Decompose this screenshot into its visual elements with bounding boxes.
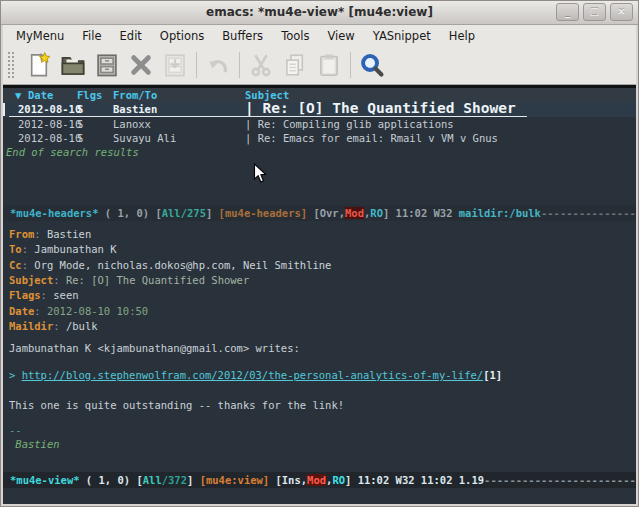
toolbar-drag-handle[interactable] bbox=[7, 51, 16, 79]
state-readonly: RO bbox=[370, 207, 383, 219]
toolbar-separator bbox=[196, 52, 197, 78]
modeline-time: 11:02 bbox=[396, 207, 428, 219]
row-subject: | Re: [O] The Quantified Shower bbox=[245, 101, 516, 116]
save-as-icon bbox=[162, 52, 188, 78]
close-button[interactable]: ✕ bbox=[610, 3, 633, 21]
field-cc: Cc: Org Mode, nicholas.dokos@hp.com, Nei… bbox=[9, 258, 636, 273]
menu-tools[interactable]: Tools bbox=[272, 27, 318, 45]
cut-scissors-icon bbox=[248, 52, 274, 78]
body-intro-line: Jambunathan K <kjambunathan@gmail.com> w… bbox=[9, 341, 300, 355]
column-header-flags[interactable]: Flgs bbox=[77, 88, 102, 103]
window-controls: _ □ ✕ bbox=[556, 3, 633, 21]
filter-count: /275 bbox=[181, 207, 206, 219]
menu-view[interactable]: View bbox=[318, 27, 363, 45]
link-reference: [1] bbox=[483, 369, 502, 381]
maximize-button[interactable]: □ bbox=[583, 3, 606, 21]
row-flags: S bbox=[77, 117, 83, 131]
modeline-maildir: maildir:/bulk--------------- bbox=[459, 207, 636, 219]
bracket: ] bbox=[187, 474, 193, 486]
state-close: ] bbox=[383, 207, 389, 219]
row-from: Bastien bbox=[113, 102, 157, 117]
field-label: Cc bbox=[9, 259, 22, 271]
column-header-date[interactable]: Date bbox=[28, 88, 53, 103]
save-icon bbox=[94, 52, 120, 78]
emacs-window: emacs: *mu4e-view* [mu4e:view] _ □ ✕ MyM… bbox=[0, 0, 639, 507]
modeline-state: [Ins,Mod,RO] bbox=[275, 474, 351, 486]
row-flags: S bbox=[77, 102, 83, 117]
state-readonly: RO bbox=[332, 474, 345, 486]
time-info: 11:02 W32 11:02 1.19 bbox=[358, 474, 484, 486]
new-file-button[interactable] bbox=[22, 49, 56, 81]
body-link[interactable]: http://blog.stephenwolfram.com/2012/03/t… bbox=[22, 369, 483, 381]
toolbar-separator bbox=[239, 52, 240, 78]
minimize-button[interactable]: _ bbox=[556, 3, 579, 21]
end-of-search-results: End of search results bbox=[6, 145, 139, 159]
modeline-window-id: W32 bbox=[434, 207, 453, 219]
open-file-button[interactable] bbox=[56, 49, 90, 81]
header-row-selected[interactable]: 2012-08-10 S Bastien | Re: [O] The Quant… bbox=[3, 102, 636, 117]
field-label: From bbox=[9, 228, 34, 240]
row-from: Lanoxx bbox=[113, 117, 151, 131]
column-header-from[interactable]: From/To bbox=[113, 88, 157, 103]
body-quote-line: > http://blog.stephenwolfram.com/2012/03… bbox=[9, 368, 502, 382]
field-maildir: Maildir: /bulk bbox=[9, 319, 636, 334]
fringe-marker bbox=[3, 103, 5, 116]
row-subject: | Re: Compiling glib applications bbox=[245, 117, 454, 131]
modeline-state: [Ovr,Mod,RO] bbox=[313, 207, 389, 219]
modeline-position: ( 1, 0) bbox=[105, 207, 149, 219]
state-modified: Mod bbox=[345, 207, 364, 219]
menubar: MyMenu File Edit Options Buffers Tools V… bbox=[3, 25, 636, 46]
sort-indicator-icon: ▼ bbox=[15, 88, 21, 103]
body-reply-line: This one is quite outstanding -- thanks … bbox=[9, 398, 344, 412]
menu-file[interactable]: File bbox=[73, 27, 110, 45]
paste-clipboard-icon bbox=[316, 52, 342, 78]
new-file-icon bbox=[26, 52, 52, 78]
search-button[interactable] bbox=[355, 49, 389, 81]
menu-options[interactable]: Options bbox=[151, 27, 213, 45]
bracket: ] bbox=[206, 207, 212, 219]
state-modified: Mod bbox=[307, 474, 326, 486]
modeline-headers: *mu4e-headers* ( 1, 0) [All/275] [mu4e-h… bbox=[3, 205, 636, 221]
field-value: Bastien bbox=[47, 228, 91, 240]
field-separator: : bbox=[41, 289, 54, 301]
field-value: Jambunathan K bbox=[34, 243, 116, 255]
menu-mymenu[interactable]: MyMenu bbox=[7, 27, 73, 45]
field-label: Flags bbox=[9, 289, 41, 301]
titlebar[interactable]: emacs: *mu4e-view* [mu4e:view] _ □ ✕ bbox=[1, 1, 638, 25]
row-date: 2012-08-10 bbox=[18, 117, 81, 131]
field-separator: : bbox=[22, 243, 35, 255]
maildir-path: maildir:/bulk bbox=[459, 207, 541, 219]
save-as-button bbox=[158, 49, 192, 81]
field-from: From: Bastien bbox=[9, 227, 636, 242]
field-value: seen bbox=[53, 289, 78, 301]
paste-button bbox=[312, 49, 346, 81]
row-from: Suvayu Ali bbox=[113, 131, 176, 145]
open-folder-icon bbox=[60, 52, 86, 78]
state-open: [Ovr, bbox=[313, 207, 345, 219]
toolbar-separator bbox=[350, 52, 351, 78]
row-subject: | Re: Emacs for email: Rmail v VM v Gnus bbox=[245, 131, 498, 145]
modeline-filter: [All/275] bbox=[155, 207, 212, 219]
row-date: 2012-08-10 bbox=[18, 131, 81, 145]
message-header-fields: From: Bastien To: Jambunathan K Cc: Org … bbox=[9, 227, 636, 334]
header-row[interactable]: 2012-08-10 S Lanoxx | Re: Compiling glib… bbox=[3, 117, 636, 131]
field-label: To bbox=[9, 243, 22, 255]
field-label: Subject bbox=[9, 274, 53, 286]
save-buffer-button[interactable] bbox=[90, 49, 124, 81]
undo-icon bbox=[205, 52, 231, 78]
quote-prefix: > bbox=[9, 369, 22, 381]
minibuffer-echo-area[interactable] bbox=[3, 488, 636, 504]
toolbar bbox=[3, 46, 636, 85]
state-open: [Ins, bbox=[275, 474, 307, 486]
menu-help[interactable]: Help bbox=[440, 27, 484, 45]
field-value: /bulk bbox=[66, 320, 98, 332]
modeline-major-mode: [mu4e:view] bbox=[200, 474, 270, 486]
field-separator: : bbox=[34, 228, 47, 240]
menu-buffers[interactable]: Buffers bbox=[213, 27, 272, 45]
menu-edit[interactable]: Edit bbox=[111, 27, 151, 45]
close-buffer-button[interactable] bbox=[124, 49, 158, 81]
menu-yasnippet[interactable]: YASnippet bbox=[364, 27, 440, 45]
field-separator: : bbox=[53, 274, 66, 286]
cut-button bbox=[244, 49, 278, 81]
header-row[interactable]: 2012-08-10 S Suvayu Ali | Re: Emacs for … bbox=[3, 131, 636, 145]
